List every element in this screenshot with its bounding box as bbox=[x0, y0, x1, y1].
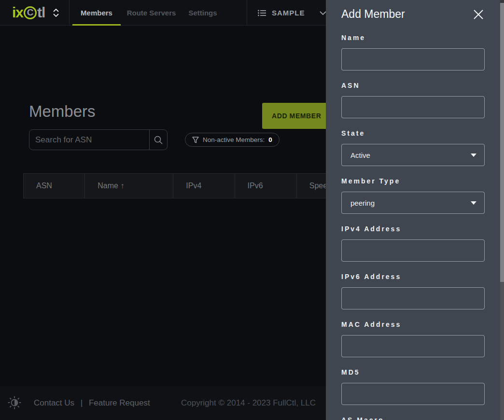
name-label: Name bbox=[341, 34, 485, 42]
asn-search bbox=[29, 129, 168, 150]
caret-down-icon bbox=[471, 154, 476, 157]
add-member-panel-header: Add Member bbox=[341, 8, 485, 21]
app-logo[interactable]: ixCtl bbox=[12, 3, 45, 22]
state-select[interactable]: Active bbox=[341, 144, 485, 166]
md5-label: MD5 bbox=[341, 368, 485, 376]
list-icon bbox=[258, 10, 266, 16]
ipv6-address-label: IPv6 Address bbox=[341, 273, 485, 280]
members-table-header: ASN Name ↑ IPv4 IPv6 Speed bbox=[23, 173, 332, 198]
search-input[interactable] bbox=[29, 130, 149, 150]
page-title: Members bbox=[29, 102, 96, 121]
asn-input[interactable] bbox=[341, 96, 485, 118]
logo-text-tl: tl bbox=[37, 4, 45, 21]
field-ipv6-address: IPv6 Address bbox=[341, 273, 485, 309]
member-type-label: Member Type bbox=[341, 177, 485, 185]
org-selector-dropdown[interactable]: SAMPLE bbox=[258, 0, 326, 26]
logo-c-ring-icon: C bbox=[24, 6, 37, 19]
logo-text-ix: ix bbox=[12, 4, 23, 21]
chevron-up-icon bbox=[53, 9, 59, 12]
as-macro-label: AS Macro bbox=[341, 416, 485, 420]
filter-chip-label: Non-active Members: bbox=[203, 136, 265, 143]
field-member-type: Member Type peering bbox=[341, 177, 485, 214]
close-icon bbox=[473, 9, 484, 20]
app-switcher-chevrons[interactable] bbox=[52, 7, 60, 18]
column-header-ipv6[interactable]: IPv6 bbox=[235, 174, 297, 198]
field-as-macro: AS Macro bbox=[341, 416, 485, 420]
column-header-name-sorted-asc[interactable]: Name ↑ bbox=[85, 174, 173, 198]
caret-down-icon bbox=[471, 201, 476, 205]
mac-address-input[interactable] bbox=[341, 335, 485, 357]
nav-divider bbox=[69, 0, 70, 26]
tab-route-servers-label: Route Servers bbox=[127, 9, 176, 17]
footer-link-separator: | bbox=[81, 398, 83, 407]
field-ipv4-address: IPv4 Address bbox=[341, 225, 485, 262]
add-member-button-label: ADD MEMBER bbox=[272, 112, 321, 120]
theme-toggle-button[interactable] bbox=[8, 396, 21, 409]
org-selector-value: SAMPLE bbox=[272, 9, 305, 17]
nav-divider bbox=[247, 0, 247, 26]
tab-settings-label: Settings bbox=[188, 9, 217, 17]
footer-links: Contact Us | Feature Request bbox=[34, 398, 150, 408]
tab-members[interactable]: Members bbox=[72, 0, 121, 26]
feature-request-link[interactable]: Feature Request bbox=[89, 398, 150, 407]
panel-title: Add Member bbox=[341, 8, 405, 21]
search-icon bbox=[154, 135, 163, 145]
chevron-down-icon bbox=[53, 14, 59, 17]
asn-label: ASN bbox=[341, 82, 485, 89]
add-member-panel: Add Member Name ASN State Active Member … bbox=[326, 0, 504, 420]
field-name: Name bbox=[341, 34, 485, 70]
member-type-select[interactable]: peering bbox=[341, 192, 485, 214]
md5-input[interactable] bbox=[341, 383, 485, 405]
tab-settings[interactable]: Settings bbox=[185, 0, 220, 26]
scrollbar-thumb[interactable] bbox=[500, 3, 504, 282]
ipv4-address-input[interactable] bbox=[341, 239, 485, 262]
contact-us-link[interactable]: Contact Us bbox=[34, 398, 74, 407]
ipv6-address-input[interactable] bbox=[341, 287, 485, 309]
column-header-ipv4[interactable]: IPv4 bbox=[173, 174, 235, 198]
state-label: State bbox=[341, 129, 485, 137]
state-select-value: Active bbox=[350, 151, 370, 159]
field-asn: ASN bbox=[341, 82, 485, 118]
search-button[interactable] bbox=[149, 130, 167, 150]
field-md5: MD5 bbox=[341, 368, 485, 405]
filter-funnel-icon bbox=[192, 137, 199, 143]
member-type-select-value: peering bbox=[350, 199, 375, 207]
ipv4-address-label: IPv4 Address bbox=[341, 225, 485, 233]
panel-scrollbar[interactable] bbox=[500, 0, 504, 420]
field-state: State Active bbox=[341, 129, 485, 166]
copyright-text: Copyright © 2014 - 2023 FullCtl, LLC bbox=[181, 398, 316, 408]
filter-chip-count: 0 bbox=[268, 136, 272, 143]
mac-address-label: MAC Address bbox=[341, 321, 485, 328]
chevron-down-icon bbox=[320, 11, 326, 15]
non-active-members-filter-chip[interactable]: Non-active Members: 0 bbox=[185, 133, 280, 147]
close-panel-button[interactable] bbox=[473, 9, 484, 20]
field-mac-address: MAC Address bbox=[341, 321, 485, 357]
tab-members-label: Members bbox=[81, 9, 112, 17]
name-input[interactable] bbox=[341, 48, 485, 70]
column-header-asn[interactable]: ASN bbox=[24, 174, 85, 198]
tab-route-servers[interactable]: Route Servers bbox=[124, 0, 179, 26]
brightness-contrast-icon bbox=[8, 396, 21, 409]
